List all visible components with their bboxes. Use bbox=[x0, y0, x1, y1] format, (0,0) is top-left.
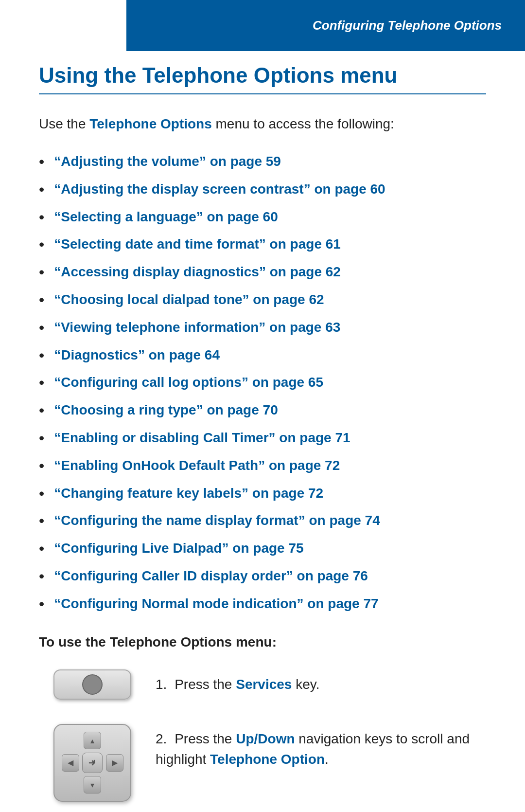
step-2-text: 2. Press the Up/Down navigation keys to … bbox=[156, 724, 486, 770]
intro-bold: Telephone Options bbox=[89, 116, 211, 131]
list-item: “Configuring call log options” on page 6… bbox=[39, 373, 486, 394]
step-1-before: Press the bbox=[175, 677, 236, 692]
list-item-text[interactable]: “Choosing local dialpad tone” on page 62 bbox=[54, 290, 324, 309]
step-2-bold: Up/Down bbox=[236, 731, 295, 746]
list-item-text[interactable]: “Configuring the name display format” on… bbox=[54, 511, 380, 530]
list-item-text[interactable]: “Accessing display diagnostics” on page … bbox=[54, 262, 341, 281]
step-1-image bbox=[49, 669, 136, 700]
list-item: “Configuring the name display format” on… bbox=[39, 511, 486, 532]
step-2-before: Press the bbox=[175, 731, 236, 746]
list-item: “Configuring Live Dialpad” on page 75 bbox=[39, 539, 486, 559]
step-2-bold2: Telephone Option bbox=[210, 752, 325, 767]
list-item: “Choosing local dialpad tone” on page 62 bbox=[39, 290, 486, 311]
step-1-text: 1. Press the Services key. bbox=[156, 669, 319, 695]
step-2-number: 2. bbox=[156, 731, 167, 746]
list-item-text[interactable]: “Adjusting the volume” on page 59 bbox=[54, 152, 281, 171]
list-item: “Adjusting the volume” on page 59 bbox=[39, 152, 486, 173]
list-item: “Viewing telephone information” on page … bbox=[39, 318, 486, 339]
list-item: “Selecting a language” on page 60 bbox=[39, 207, 486, 228]
intro-text-after: menu to access the following: bbox=[212, 116, 394, 131]
header-bar: Configuring Telephone Options bbox=[126, 0, 525, 51]
list-item: “Configuring Caller ID display order” on… bbox=[39, 566, 486, 587]
header-title: Configuring Telephone Options bbox=[313, 18, 502, 33]
steps-container: 1. Press the Services key. ▴ ◀ bbox=[39, 669, 486, 802]
nav-enter-button bbox=[82, 753, 103, 773]
intro-text-before: Use the bbox=[39, 116, 89, 131]
list-item: “Diagnostics” on page 64 bbox=[39, 345, 486, 366]
list-item-text[interactable]: “Adjusting the display screen contrast” … bbox=[54, 180, 385, 198]
nav-up-button: ▴ bbox=[84, 732, 101, 749]
list-item: “Changing feature key labels” on page 72 bbox=[39, 484, 486, 505]
step-1: 1. Press the Services key. bbox=[49, 669, 486, 700]
list-item: “Adjusting the display screen contrast” … bbox=[39, 180, 486, 200]
list-item-text[interactable]: “Enabling or disabling Call Timer” on pa… bbox=[54, 428, 350, 447]
list-item: “Enabling or disabling Call Timer” on pa… bbox=[39, 428, 486, 449]
nav-right-button: ▶ bbox=[106, 754, 123, 772]
step-1-number: 1. bbox=[156, 677, 167, 692]
nav-left-button: ◀ bbox=[62, 754, 79, 772]
list-item-text[interactable]: “Enabling OnHook Default Path” on page 7… bbox=[54, 456, 340, 475]
services-key-image bbox=[53, 669, 131, 700]
list-item: “Configuring Normal mode indication” on … bbox=[39, 594, 486, 615]
list-item: “Accessing display diagnostics” on page … bbox=[39, 262, 486, 283]
intro-paragraph: Use the Telephone Options menu to access… bbox=[39, 114, 486, 134]
step-2: ▴ ◀ ▶ ▾ bbox=[49, 724, 486, 802]
list-item-text[interactable]: “Configuring call log options” on page 6… bbox=[54, 373, 323, 392]
list-item-text[interactable]: “Changing feature key labels” on page 72 bbox=[54, 484, 323, 503]
list-item: “Enabling OnHook Default Path” on page 7… bbox=[39, 456, 486, 477]
nav-down-button: ▾ bbox=[84, 776, 101, 794]
list-item-text[interactable]: “Viewing telephone information” on page … bbox=[54, 318, 340, 337]
list-item-text[interactable]: “Selecting a language” on page 60 bbox=[54, 207, 278, 226]
step-1-after: key. bbox=[292, 677, 319, 692]
nav-keypad-image: ▴ ◀ ▶ ▾ bbox=[53, 724, 131, 802]
step-1-bold: Services bbox=[236, 677, 292, 692]
list-item-text[interactable]: “Selecting date and time format” on page… bbox=[54, 235, 341, 253]
list-item-text[interactable]: “Configuring Normal mode indication” on … bbox=[54, 594, 378, 613]
page-title: Using the Telephone Options menu bbox=[39, 63, 486, 94]
bullet-list: “Adjusting the volume” on page 59 “Adjus… bbox=[39, 152, 486, 615]
step-2-after2: . bbox=[325, 752, 329, 767]
section-heading: To use the Telephone Options menu: bbox=[39, 634, 486, 650]
list-item-text[interactable]: “Configuring Caller ID display order” on… bbox=[54, 566, 368, 585]
step-2-image: ▴ ◀ ▶ ▾ bbox=[49, 724, 136, 802]
list-item: “Selecting date and time format” on page… bbox=[39, 235, 486, 255]
list-item-text[interactable]: “Diagnostics” on page 64 bbox=[54, 345, 220, 364]
list-item-text[interactable]: “Choosing a ring type” on page 70 bbox=[54, 400, 278, 419]
list-item-text[interactable]: “Configuring Live Dialpad” on page 75 bbox=[54, 539, 303, 558]
main-content: Using the Telephone Options menu Use the… bbox=[0, 0, 525, 812]
list-item: “Choosing a ring type” on page 70 bbox=[39, 400, 486, 421]
